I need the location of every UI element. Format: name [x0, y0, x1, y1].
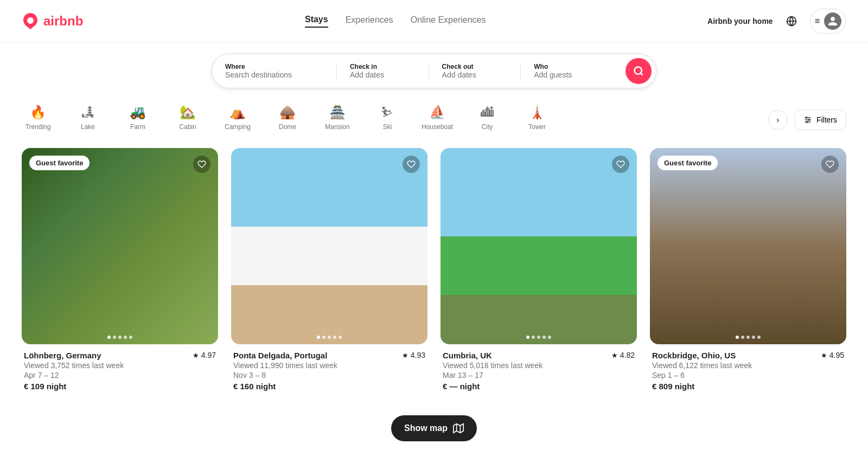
listing-card-1[interactable]: Guest favorite Löhnberg, Germany ★ 4.97 …	[22, 148, 218, 391]
svg-point-2	[635, 67, 642, 74]
dot-0	[736, 336, 739, 339]
listing-card-3[interactable]: Cumbria, UK ★ 4.82 Viewed 5,018 times la…	[441, 148, 637, 391]
user-avatar-icon	[827, 16, 838, 27]
main-nav: Stays Experiences Online Experiences	[305, 15, 486, 28]
scroll-forward-button[interactable]: ›	[768, 110, 788, 130]
listing-image-1: Guest favorite	[22, 148, 218, 344]
category-item-city[interactable]: 🏙 City	[471, 105, 503, 135]
wishlist-button-1[interactable]	[193, 156, 210, 173]
dot-0	[107, 336, 111, 339]
dot-1	[322, 336, 326, 339]
wishlist-button-2[interactable]	[403, 156, 420, 173]
heart-icon-1	[197, 160, 206, 169]
listing-location-3: Cumbria, UK	[443, 351, 492, 360]
listing-rating-2: ★ 4.93	[402, 351, 425, 359]
filters-label: Filters	[816, 115, 837, 124]
category-bar: 🔥 Trending 🏞 Lake 🚜 Farm 🏡 Cabin ⛺ Campi…	[22, 105, 553, 135]
listing-card-2[interactable]: Ponta Delgada, Portugal ★ 4.93 Viewed 11…	[231, 148, 427, 391]
category-label-ski: Ski	[383, 123, 392, 131]
where-label: Where	[225, 63, 323, 70]
listing-views-4: Viewed 6,122 times last week	[652, 361, 844, 370]
category-item-cabin[interactable]: 🏡 Cabin	[171, 105, 204, 135]
map-icon	[453, 423, 464, 434]
user-menu-button[interactable]: ≡	[810, 9, 846, 34]
checkout-section[interactable]: Check out Add dates	[429, 63, 521, 79]
listing-views-1: Viewed 3,752 times last week	[24, 361, 216, 370]
listing-price-1: € 109 night	[24, 382, 216, 391]
filters-button[interactable]: Filters	[794, 110, 846, 130]
dot-0	[526, 336, 529, 339]
listing-photo-2	[231, 148, 427, 344]
listing-image-2	[231, 148, 427, 344]
dot-4	[757, 336, 761, 339]
category-item-boat[interactable]: ⛵ Houseboat	[421, 105, 454, 135]
nav-tab-experiences[interactable]: Experiences	[346, 15, 393, 27]
heart-icon-4	[826, 160, 834, 169]
show-map-button[interactable]: Show map	[391, 415, 477, 434]
show-map-container: Show map	[391, 415, 477, 434]
category-icon-farm: 🚜	[130, 105, 146, 120]
globe-icon	[786, 16, 797, 27]
filters-icon	[803, 115, 812, 124]
listing-photo-3	[441, 148, 637, 344]
category-label-mansion: Mansion	[325, 123, 349, 131]
checkin-section[interactable]: Check in Add dates	[337, 63, 429, 79]
listing-title-row-3: Cumbria, UK ★ 4.82	[443, 351, 635, 360]
search-button[interactable]	[626, 58, 652, 84]
who-section[interactable]: Who Add guests	[521, 63, 626, 79]
dot-1	[741, 336, 744, 339]
who-label: Who	[534, 63, 612, 70]
category-item-camping[interactable]: ⛺ Camping	[221, 105, 254, 135]
category-icon-mansion: 🏯	[329, 105, 346, 120]
category-icon-city: 🏙	[481, 105, 494, 120]
wishlist-button-4[interactable]	[821, 156, 839, 173]
checkout-value[interactable]: Add dates	[442, 70, 508, 79]
listing-rating-1: ★ 4.97	[193, 351, 216, 359]
dot-4	[339, 336, 342, 339]
airbnb-logo-icon	[22, 12, 39, 30]
host-button[interactable]: Airbnb your home	[707, 17, 773, 25]
dot-2	[537, 336, 540, 339]
listing-card-4[interactable]: Guest favorite Rockbridge, Ohio, US ★ 4.…	[650, 148, 846, 391]
listing-location-4: Rockbridge, Ohio, US	[652, 351, 736, 360]
wishlist-button-3[interactable]	[612, 156, 629, 173]
where-section[interactable]: Where Search destinations	[212, 63, 337, 79]
show-map-label: Show map	[404, 423, 448, 433]
where-input[interactable]: Search destinations	[225, 70, 323, 79]
checkin-value[interactable]: Add dates	[350, 70, 416, 79]
language-button[interactable]	[782, 11, 801, 31]
listing-info-3: Cumbria, UK ★ 4.82 Viewed 5,018 times la…	[441, 344, 637, 391]
category-item-ski[interactable]: ⛷ Ski	[371, 105, 404, 135]
category-label-boat: Houseboat	[422, 123, 453, 131]
category-item-trending[interactable]: 🔥 Trending	[22, 105, 54, 135]
search-icon	[633, 66, 644, 76]
nav-tab-stays[interactable]: Stays	[305, 15, 328, 28]
header-right: Airbnb your home ≡	[707, 9, 846, 34]
logo[interactable]: airbnb	[22, 12, 83, 30]
listing-info-4: Rockbridge, Ohio, US ★ 4.95 Viewed 6,122…	[650, 344, 846, 391]
guest-favorite-badge: Guest favorite	[658, 156, 718, 170]
category-icon-dome: 🛖	[279, 105, 296, 120]
listing-views-2: Viewed 11,990 times last week	[233, 361, 425, 370]
category-label-farm: Farm	[130, 123, 145, 131]
who-value[interactable]: Add guests	[534, 70, 612, 79]
listing-dots-4	[736, 336, 761, 339]
category-item-tower[interactable]: 🗼 Tower	[521, 105, 553, 135]
listing-location-1: Löhnberg, Germany	[24, 351, 101, 360]
category-item-farm[interactable]: 🚜 Farm	[122, 105, 154, 135]
category-item-dome[interactable]: 🛖 Dome	[271, 105, 304, 135]
checkout-label: Check out	[442, 63, 508, 70]
star-icon-4: ★	[821, 351, 827, 359]
dot-2	[746, 336, 750, 339]
dot-0	[317, 336, 320, 339]
dot-1	[532, 336, 535, 339]
header: airbnb Stays Experiences Online Experien…	[0, 0, 868, 43]
category-item-mansion[interactable]: 🏯 Mansion	[321, 105, 354, 135]
listing-price-4: € 809 night	[652, 382, 844, 391]
airbnb-logo-text: airbnb	[43, 14, 83, 29]
category-item-lake[interactable]: 🏞 Lake	[72, 105, 104, 135]
listing-location-2: Ponta Delgada, Portugal	[233, 351, 327, 360]
listings-grid: Guest favorite Löhnberg, Germany ★ 4.97 …	[0, 135, 868, 434]
category-bar-container: 🔥 Trending 🏞 Lake 🚜 Farm 🏡 Cabin ⛺ Campi…	[0, 94, 868, 135]
nav-tab-online[interactable]: Online Experiences	[411, 15, 486, 27]
